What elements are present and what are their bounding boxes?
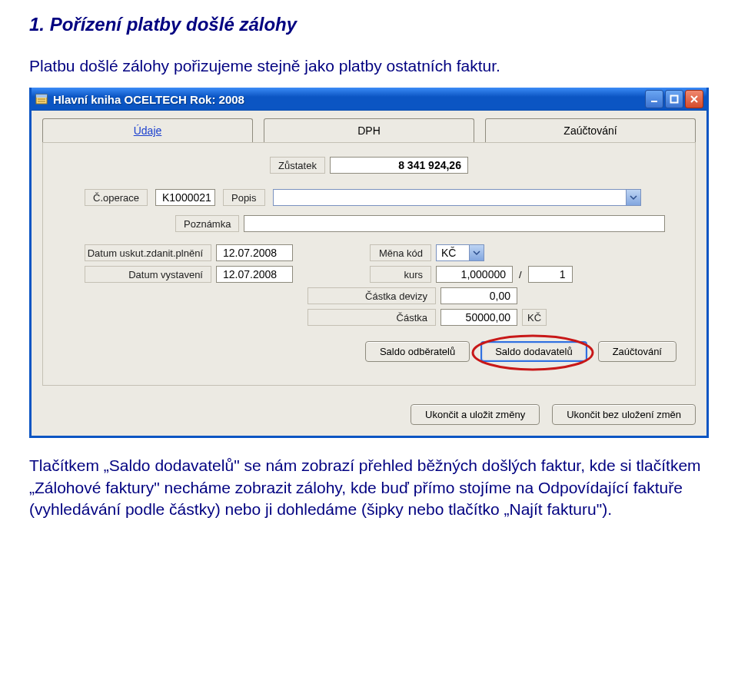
amount-fx-field[interactable]: 0,00: [440, 287, 517, 304]
issue-date-label: Datum vystavení: [85, 266, 211, 283]
rate-separator: /: [517, 269, 524, 280]
app-icon: [35, 92, 48, 106]
amount-label: Částka: [308, 309, 436, 326]
tab-row: Údaje DPH Zaúčtování: [32, 111, 706, 142]
operation-number-field[interactable]: K1000021: [155, 189, 215, 206]
maximize-button[interactable]: [665, 90, 683, 108]
window-controls: [645, 90, 703, 108]
form-area: Zůstatek 8 341 924,26 Č.operace K1000021…: [42, 142, 696, 386]
balance-value: 8 341 924,26: [330, 157, 468, 174]
svg-rect-4: [651, 101, 657, 102]
currency-code-label: Měna kód: [370, 244, 431, 261]
amount-currency: KČ: [522, 309, 547, 326]
window-title: Hlavní kniha OCELTECH Rok: 2008: [53, 93, 645, 106]
tax-date-field[interactable]: 12.07.2008: [216, 244, 293, 261]
operation-number-label: Č.operace: [85, 189, 148, 206]
description-value[interactable]: [274, 190, 626, 205]
chevron-down-icon[interactable]: [469, 245, 484, 260]
note-field[interactable]: [244, 215, 665, 232]
svg-rect-1: [36, 95, 47, 98]
tab-udaje[interactable]: Údaje: [42, 118, 253, 142]
tab-udaje-link[interactable]: Údaje: [134, 124, 162, 137]
doc-paragraph-bottom: Tlačítkem „Saldo dodavatelů" se nám zobr…: [29, 455, 709, 520]
tab-dph[interactable]: DPH: [264, 118, 474, 142]
chevron-down-icon[interactable]: [626, 190, 640, 205]
saldo-suppliers-button[interactable]: Saldo dodavatelů: [480, 341, 587, 362]
tab-zauctovani[interactable]: Zaúčtování: [485, 118, 696, 142]
balance-label: Zůstatek: [270, 157, 325, 174]
rate-field[interactable]: 1,000000: [436, 266, 513, 283]
currency-value[interactable]: KČ: [437, 245, 469, 260]
currency-combo[interactable]: KČ: [436, 244, 484, 261]
rate-label: kurs: [370, 266, 431, 283]
svg-rect-5: [671, 96, 678, 103]
issue-date-field[interactable]: 12.07.2008: [216, 266, 293, 283]
amount-field[interactable]: 50000,00: [440, 309, 517, 326]
tax-date-label: Datum uskut.zdanit.plnění: [85, 244, 211, 261]
description-combo[interactable]: [273, 189, 641, 206]
amount-fx-label: Částka devizy: [308, 287, 436, 304]
save-and-close-button[interactable]: Ukončit a uložit změny: [411, 404, 540, 425]
description-label: Popis: [223, 189, 265, 206]
saldo-customers-button[interactable]: Saldo odběratelů: [365, 341, 470, 362]
titlebar[interactable]: Hlavní kniha OCELTECH Rok: 2008: [32, 88, 706, 111]
close-button[interactable]: [685, 90, 703, 108]
close-without-save-button[interactable]: Ukončit bez uložení změn: [552, 404, 696, 425]
footer-bar: Ukončit a uložit změny Ukončit bez ulože…: [32, 396, 706, 436]
note-label: Poznámka: [175, 215, 239, 232]
rate-per-field[interactable]: 1: [528, 266, 573, 283]
app-window: Hlavní kniha OCELTECH Rok: 2008 Údaje DP…: [29, 88, 709, 438]
posting-button[interactable]: Zaúčtování: [598, 341, 676, 362]
doc-heading: 1. Pořízení platby došlé zálohy: [29, 14, 709, 35]
minimize-button[interactable]: [645, 90, 663, 108]
doc-paragraph-top: Platbu došlé zálohy pořizujeme stejně ja…: [29, 55, 709, 77]
